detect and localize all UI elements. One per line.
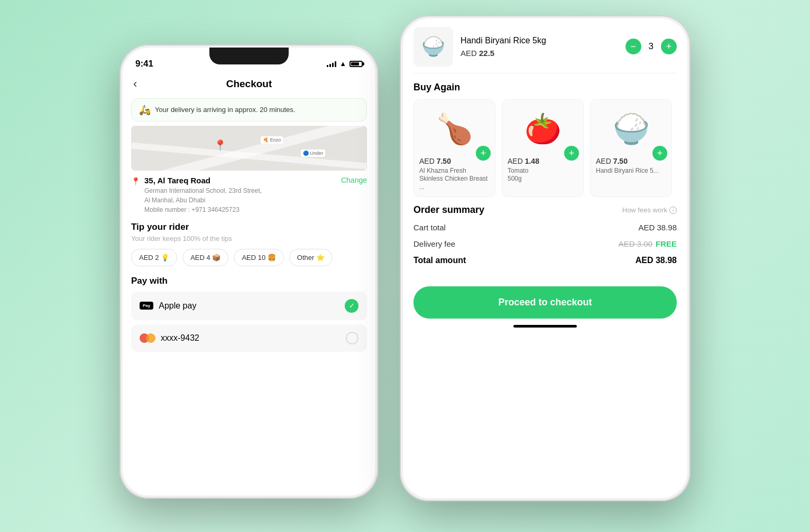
delivery-fee-values: AED 3.00 FREE <box>619 239 677 248</box>
address-sub-line1: German International School, 23rd Street… <box>144 187 262 194</box>
back-button[interactable]: ‹ <box>133 77 137 91</box>
apple-pay-badge: Pay <box>140 302 153 310</box>
map-label-under: 🔵 Under <box>301 150 325 157</box>
bar2 <box>329 64 331 67</box>
tip-subtitle: Your rider keeps 100% of the tips <box>131 235 367 242</box>
checkout-button[interactable]: Proceed to checkout <box>413 286 677 319</box>
home-indicator <box>513 325 577 328</box>
pay-option-apple[interactable]: Pay Apple pay ✓ <box>131 292 367 320</box>
pay-section: Pay with Pay Apple pay ✓ xxxx-9432 <box>131 276 367 352</box>
battery-icon <box>349 61 363 67</box>
buy-again-item-rice: 🍚 + AED 7.50 Handi Biryani Rice 5... <box>590 99 672 198</box>
right-content: 🍚 Handi Biryani Rice 5kg AED 22.5 − 3 + <box>403 18 687 328</box>
pay-title: Pay with <box>131 276 367 286</box>
address-sub: German International School, 23rd Street… <box>144 186 262 214</box>
decrease-qty-button[interactable]: − <box>625 39 641 54</box>
map-container: 🍕 Enzo 🔵 Under 📍 <box>131 126 367 171</box>
address-details: 35, Al Tareq Road German International S… <box>144 176 262 214</box>
tomato-name: Tomato500g <box>508 167 578 183</box>
tip-title: Tip your rider <box>131 222 367 232</box>
phones-wrapper: 9:41 ▲ ‹ Checkout <box>0 0 810 532</box>
apple-pay-selected-icon: ✓ <box>345 299 358 313</box>
tomato-image: 🍅 <box>508 105 578 153</box>
right-phone: 🍚 Handi Biryani Rice 5kg AED 22.5 − 3 + <box>400 15 691 501</box>
total-amount-value: AED 38.98 <box>636 256 677 265</box>
address-sub-line2: Al Manhal, Abu Dhabi <box>144 197 205 204</box>
chicken-name: Al Khazna Fresh Skinless Chicken Breast … <box>419 167 490 192</box>
rice-name: Handi Biryani Rice 5... <box>596 167 666 175</box>
left-phone: 9:41 ▲ ‹ Checkout <box>119 44 379 499</box>
page-title: Checkout <box>226 78 272 90</box>
signal-bars-icon <box>327 61 336 67</box>
quantity-value: 3 <box>649 41 653 52</box>
status-time: 9:41 <box>135 59 153 69</box>
change-address-button[interactable]: Change <box>341 176 367 184</box>
product-name: Handi Biryani Rice 5kg <box>461 36 618 45</box>
tip-option-4aed[interactable]: AED 4 📦 <box>182 249 228 266</box>
right-phone-screen: 🍚 Handi Biryani Rice 5kg AED 22.5 − 3 + <box>403 18 687 498</box>
pay-option-card-left: xxxx-9432 <box>140 333 199 343</box>
map-road-2 <box>131 142 366 169</box>
buy-again-items: 🍗 + AED 7.50 Al Khazna Fresh Skinless Ch… <box>413 99 677 198</box>
battery-fill <box>351 62 359 66</box>
product-image: 🍚 <box>413 27 453 67</box>
address-mobile: Mobile number : +971 346425723 <box>144 206 240 213</box>
address-left: 📍 35, Al Tareq Road German International… <box>131 176 262 214</box>
card-label: xxxx-9432 <box>161 333 199 343</box>
cart-total-label: Cart total <box>413 223 446 232</box>
tip-option-10aed[interactable]: AED 10 🍔 <box>234 249 283 266</box>
tip-option-other[interactable]: Other ⭐ <box>289 249 333 266</box>
total-amount-label: Total amount <box>413 256 466 265</box>
buy-again-item-tomato: 🍅 + AED 1.48 Tomato500g <box>502 99 584 198</box>
bar1 <box>327 65 328 67</box>
address-main: 35, Al Tareq Road <box>144 176 262 185</box>
chicken-image: 🍗 <box>419 105 490 153</box>
mastercard-icon <box>140 333 155 343</box>
delivery-icon: 🛵 <box>139 104 151 116</box>
buy-again-title: Buy Again <box>413 82 677 93</box>
delivery-text: Your delivery is arriving in approx. 20 … <box>155 106 295 114</box>
delivery-fee-free: FREE <box>656 239 677 248</box>
product-info: Handi Biryani Rice 5kg AED 22.5 <box>461 36 618 58</box>
bar4 <box>335 61 336 67</box>
cart-total-row: Cart total AED 38.98 <box>413 223 677 232</box>
notch <box>209 48 289 64</box>
info-icon: i <box>669 207 677 214</box>
card-dot-orange <box>146 333 155 343</box>
how-fees-link[interactable]: How fees work i <box>622 206 677 214</box>
delivery-fee-original: AED 3.00 <box>619 239 652 248</box>
rice-image: 🍚 <box>596 105 666 153</box>
wifi-icon: ▲ <box>339 60 346 68</box>
pay-option-apple-left: Pay Apple pay <box>140 301 196 311</box>
delivery-fee-label: Delivery fee <box>413 239 455 248</box>
card-radio-button[interactable] <box>346 332 358 344</box>
delivery-banner: 🛵 Your delivery is arriving in approx. 2… <box>131 98 367 122</box>
pay-option-card[interactable]: xxxx-9432 <box>131 324 367 352</box>
app-header: ‹ Checkout <box>123 74 375 94</box>
product-price-value: 22.5 <box>479 49 494 58</box>
bar3 <box>332 63 334 67</box>
apple-pay-label: Apple pay <box>159 301 196 311</box>
order-summary-header: Order summary How fees work i <box>413 204 677 216</box>
map-pin-icon: 📍 <box>214 139 227 152</box>
delivery-fee-row: Delivery fee AED 3.00 FREE <box>413 239 677 248</box>
tip-option-2aed[interactable]: AED 2 💡 <box>131 249 177 266</box>
quantity-controls: − 3 + <box>625 39 677 54</box>
how-fees-label: How fees work <box>622 206 667 214</box>
increase-qty-button[interactable]: + <box>661 39 677 54</box>
product-price: AED 22.5 <box>461 49 618 58</box>
map-label-enzo: 🍕 Enzo <box>261 136 283 144</box>
order-summary: Order summary How fees work i Cart total… <box>413 204 677 319</box>
left-phone-screen: 9:41 ▲ ‹ Checkout <box>123 48 375 496</box>
order-summary-title: Order summary <box>413 204 484 216</box>
cart-total-value: AED 38.98 <box>638 223 677 232</box>
pin-icon: 📍 <box>131 177 140 185</box>
address-section: 📍 35, Al Tareq Road German International… <box>131 176 367 214</box>
status-icons: ▲ <box>327 60 363 68</box>
buy-again-item-chicken: 🍗 + AED 7.50 Al Khazna Fresh Skinless Ch… <box>413 99 495 198</box>
total-amount-row: Total amount AED 38.98 <box>413 256 677 274</box>
tip-options: AED 2 💡 AED 4 📦 AED 10 🍔 Other ⭐ <box>131 249 367 266</box>
map-background: 🍕 Enzo 🔵 Under 📍 <box>131 126 367 171</box>
product-top-item: 🍚 Handi Biryani Rice 5kg AED 22.5 − 3 + <box>413 18 677 73</box>
tip-section: Tip your rider Your rider keeps 100% of … <box>131 222 367 266</box>
